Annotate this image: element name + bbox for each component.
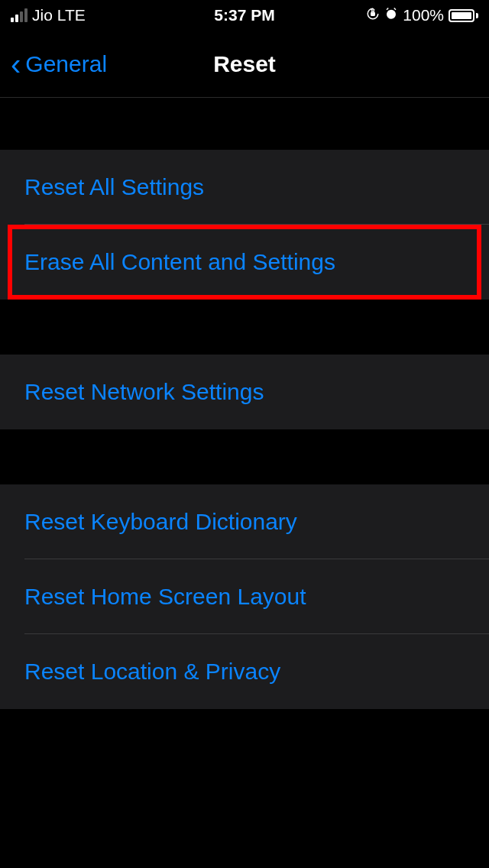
cell-label: Erase All Content and Settings [24, 249, 335, 275]
section-spacer [0, 300, 489, 355]
status-left: Jio LTE [11, 6, 86, 24]
section-spacer [0, 429, 489, 484]
cell-label: Reset Network Settings [24, 379, 264, 405]
cell-label: Reset Home Screen Layout [24, 584, 306, 610]
navigation-bar: ‹ General Reset [0, 31, 489, 98]
svg-rect-0 [371, 12, 375, 15]
highlight-annotation: Erase All Content and Settings [0, 225, 489, 300]
reset-home-screen-cell[interactable]: Reset Home Screen Layout [0, 559, 489, 634]
reset-all-settings-cell[interactable]: Reset All Settings [0, 150, 489, 225]
alarm-icon [384, 7, 398, 24]
reset-network-settings-cell[interactable]: Reset Network Settings [0, 355, 489, 429]
cell-label: Reset Keyboard Dictionary [24, 509, 297, 535]
carrier-label: Jio [32, 6, 53, 24]
signal-strength-icon [11, 8, 28, 22]
back-button[interactable]: ‹ General [0, 49, 107, 79]
svg-point-1 [387, 9, 396, 18]
back-label: General [25, 51, 107, 77]
content: Reset All Settings Erase All Content and… [0, 98, 489, 709]
page-title: Reset [213, 51, 276, 77]
section-spacer [0, 98, 489, 150]
reset-keyboard-dictionary-cell[interactable]: Reset Keyboard Dictionary [0, 484, 489, 559]
erase-all-content-cell[interactable]: Erase All Content and Settings [0, 225, 489, 300]
status-right: 100% [366, 6, 478, 24]
clock-label: 5:37 PM [214, 6, 274, 24]
battery-percent-label: 100% [403, 6, 444, 24]
status-bar: Jio LTE 5:37 PM 100% [0, 0, 489, 31]
orientation-lock-icon [366, 7, 380, 24]
reset-location-privacy-cell[interactable]: Reset Location & Privacy [0, 634, 489, 709]
cell-label: Reset Location & Privacy [24, 659, 280, 685]
chevron-left-icon: ‹ [11, 49, 21, 79]
cell-label: Reset All Settings [24, 174, 204, 200]
network-label: LTE [57, 6, 86, 24]
battery-icon [449, 9, 478, 22]
